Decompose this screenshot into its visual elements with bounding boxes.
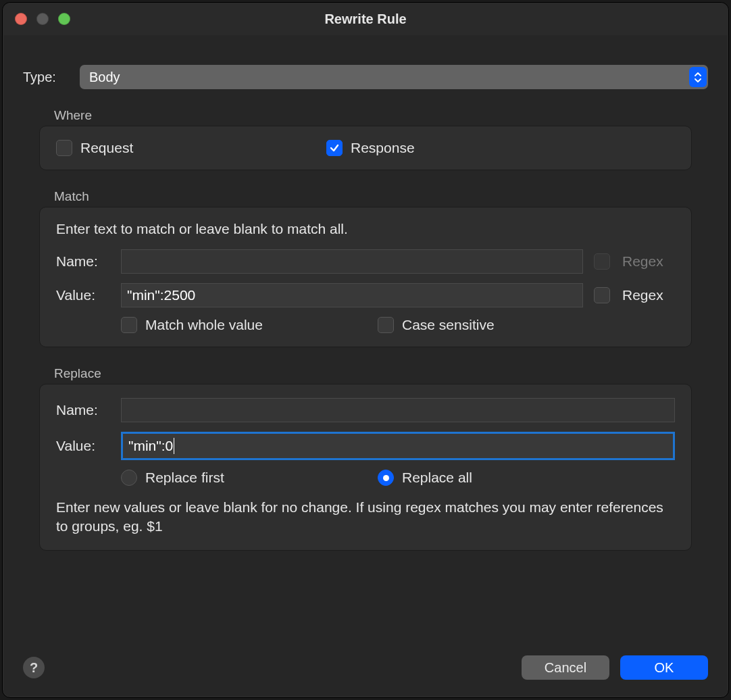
match-name-regex-label: Regex bbox=[622, 253, 663, 270]
match-group: Enter text to match or leave blank to ma… bbox=[39, 207, 692, 347]
match-whole-value-checkbox[interactable] bbox=[121, 317, 137, 333]
text-caret bbox=[174, 438, 174, 454]
replace-name-input[interactable] bbox=[121, 398, 675, 422]
type-label: Type: bbox=[23, 70, 70, 85]
replace-group: Name: Value: "min":0 Replace first Repla… bbox=[39, 384, 692, 551]
replace-section-label: Replace bbox=[54, 366, 708, 381]
match-value-label: Value: bbox=[56, 287, 121, 303]
response-label: Response bbox=[351, 140, 415, 156]
cancel-button[interactable]: Cancel bbox=[522, 655, 609, 680]
case-sensitive-label: Case sensitive bbox=[402, 317, 495, 333]
match-name-input[interactable] bbox=[121, 249, 583, 274]
type-select[interactable]: Body bbox=[80, 65, 708, 89]
footer: ? Cancel OK bbox=[3, 655, 728, 697]
match-name-label: Name: bbox=[56, 253, 121, 270]
where-section-label: Where bbox=[54, 108, 708, 123]
select-stepper-icon bbox=[689, 67, 707, 87]
window-close-button[interactable] bbox=[15, 13, 27, 25]
window-minimize-button[interactable] bbox=[36, 13, 49, 25]
dialog-window: Rewrite Rule Type: Body Where Request bbox=[2, 2, 729, 698]
type-select-value: Body bbox=[89, 70, 120, 85]
replace-first-label: Replace first bbox=[145, 470, 224, 486]
replace-all-label: Replace all bbox=[402, 470, 472, 486]
help-button[interactable]: ? bbox=[23, 657, 45, 678]
match-value-input[interactable] bbox=[121, 283, 583, 307]
replace-value-input[interactable]: "min":0 bbox=[121, 432, 675, 460]
replace-value-text: "min":0 bbox=[128, 438, 173, 454]
replace-name-label: Name: bbox=[56, 402, 121, 418]
replace-all-radio[interactable] bbox=[378, 470, 394, 486]
window-title: Rewrite Rule bbox=[3, 11, 728, 27]
match-value-regex-label: Regex bbox=[622, 287, 663, 303]
response-checkbox[interactable] bbox=[326, 140, 343, 156]
replace-first-radio[interactable] bbox=[121, 470, 137, 486]
replace-value-label: Value: bbox=[56, 438, 121, 454]
case-sensitive-checkbox[interactable] bbox=[378, 317, 394, 333]
match-section-label: Match bbox=[54, 189, 708, 204]
replace-hint: Enter new values or leave blank for no c… bbox=[56, 498, 675, 536]
match-hint: Enter text to match or leave blank to ma… bbox=[56, 221, 675, 237]
content-area: Type: Body Where Request bbox=[3, 35, 728, 655]
match-whole-value-label: Match whole value bbox=[145, 317, 263, 333]
window-zoom-button[interactable] bbox=[58, 13, 70, 25]
where-group: Request Response bbox=[39, 126, 692, 170]
request-checkbox[interactable] bbox=[56, 140, 72, 156]
match-name-regex-checkbox[interactable] bbox=[594, 253, 610, 270]
titlebar: Rewrite Rule bbox=[3, 3, 728, 35]
type-row: Type: Body bbox=[23, 65, 708, 89]
match-value-regex-checkbox[interactable] bbox=[594, 287, 610, 303]
traffic-lights bbox=[3, 13, 70, 25]
request-label: Request bbox=[80, 140, 133, 156]
ok-button[interactable]: OK bbox=[620, 655, 708, 680]
